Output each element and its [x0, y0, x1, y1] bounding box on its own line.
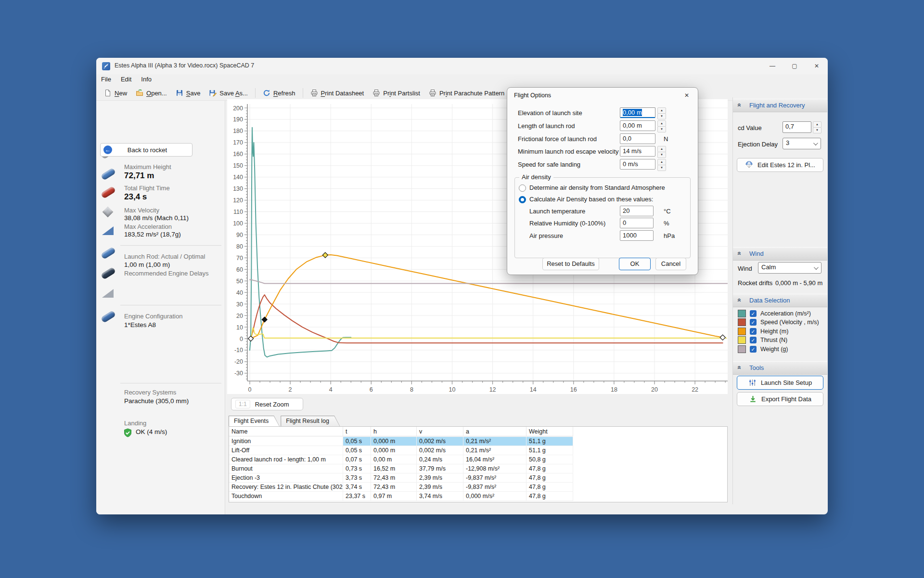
fin-blue[interactable] [100, 225, 116, 237]
table-cell[interactable]: Burnout [229, 464, 343, 473]
series-checkbox[interactable]: ✓ [750, 319, 757, 326]
field-spinner[interactable]: ▲▼ [657, 120, 666, 132]
table-cell[interactable]: Lift-Off [229, 446, 343, 455]
table-cell[interactable]: 0,21 m/s² [463, 446, 526, 455]
table-cell[interactable]: 0,002 m/s [417, 446, 463, 455]
table-cell[interactable]: 16,52 m [371, 464, 417, 473]
table-cell[interactable]: 3,74 m/s [417, 492, 463, 501]
panel-header-data-selection[interactable]: «Data Selection [733, 294, 827, 307]
column-header-t[interactable]: t [343, 427, 371, 436]
fin-gray[interactable] [100, 288, 116, 300]
table-cell[interactable]: 16,04 m/s² [463, 455, 526, 464]
table-cell[interactable]: 0,05 s [343, 437, 371, 446]
table-cell[interactable]: -9,837 m/s² [463, 473, 526, 483]
table-cell[interactable]: -9,837 m/s² [463, 483, 526, 492]
panel-header-tools[interactable]: «Tools [733, 361, 827, 375]
column-header-weight[interactable]: Weight [526, 427, 573, 436]
table-cell[interactable]: 0,73 s [343, 464, 371, 473]
reset-zoom-button[interactable]: 1:1 Reset Zoom [231, 398, 303, 410]
table-cell[interactable]: Touchdown [229, 492, 343, 501]
toolbar-save-as-button[interactable]: Save As... [205, 87, 252, 99]
menu-info[interactable]: Info [136, 74, 156, 84]
panel-header-flight-and-recovery[interactable]: «Flight and Recovery [733, 99, 827, 112]
field-spinner[interactable]: ▲▼ [657, 107, 666, 119]
wind-select[interactable]: Calm [758, 262, 821, 274]
dialog-field-input[interactable]: 0,00 m [620, 107, 655, 118]
table-cell[interactable]: 72,43 m [371, 483, 417, 492]
tab-flight-result-log[interactable]: Flight Result log [281, 416, 340, 427]
engine-blue[interactable] [100, 311, 116, 323]
table-cell[interactable]: 51,1 g [526, 437, 573, 446]
ejection-delay-select[interactable]: 3 [783, 138, 821, 149]
body-tube-red[interactable] [100, 186, 116, 199]
table-cell[interactable]: 37,79 m/s [417, 464, 463, 473]
nose-cone-gray[interactable] [100, 206, 116, 218]
table-cell[interactable]: 47,8 g [526, 464, 573, 473]
table-cell[interactable]: 0,000 m [371, 437, 417, 446]
edit-parachute-button[interactable]: Edit Estes 12 in. Pl... [737, 158, 823, 172]
toolbar-new-button[interactable]: New [100, 87, 131, 99]
column-header-a[interactable]: a [463, 427, 526, 436]
air-field-input[interactable]: 1000 [620, 230, 654, 241]
launch-site-setup-button[interactable]: Launch Site Setup [737, 376, 823, 390]
table-cell[interactable]: 2,39 m/s [417, 473, 463, 483]
dialog-field-input[interactable]: 0,00 m [620, 120, 655, 131]
maximize-button[interactable]: ▢ [783, 58, 806, 74]
air-field-input[interactable]: 20 [620, 206, 654, 216]
toolbar-refresh-button[interactable]: Refresh [259, 87, 299, 99]
series-checkbox[interactable]: ✓ [750, 310, 757, 317]
close-button[interactable]: ✕ [806, 58, 828, 74]
table-cell[interactable]: 0,07 s [343, 455, 371, 464]
cancel-button[interactable]: Cancel [655, 258, 686, 270]
air-density-radio[interactable] [519, 184, 526, 192]
tab-flight-events[interactable]: Flight Events [229, 416, 280, 427]
panel-header-wind[interactable]: «Wind [733, 247, 827, 261]
tube-blue-small[interactable] [100, 247, 116, 260]
cd-value-spinner[interactable]: ▲▼ [813, 121, 821, 133]
table-cell[interactable]: 0,002 m/s [417, 437, 463, 446]
air-field-input[interactable]: 0 [620, 218, 654, 228]
table-cell[interactable]: 2,39 m/s [417, 483, 463, 492]
ok-button[interactable]: OK [619, 258, 651, 270]
back-to-rocket-button[interactable]: ← Back to rocket [100, 143, 192, 157]
table-cell[interactable]: 0,24 m/s [417, 455, 463, 464]
table-cell[interactable]: Recovery: Estes 12 in. Plastic Chute (30… [229, 483, 343, 492]
table-cell[interactable]: Cleared launch rod - length: 1,00 m [229, 455, 343, 464]
table-cell[interactable]: Ejection -3 [229, 473, 343, 483]
dialog-close-icon[interactable]: ✕ [680, 90, 693, 101]
toolbar-print-partslist-button[interactable]: Print Partslist [369, 87, 424, 99]
column-header-v[interactable]: v [417, 427, 463, 436]
toolbar-open-button[interactable]: Open... [132, 87, 171, 99]
table-cell[interactable]: 72,43 m [371, 473, 417, 483]
table-cell[interactable]: 0,97 m [371, 492, 417, 501]
menu-file[interactable]: File [96, 74, 116, 84]
cd-value-input[interactable]: 0,7 [783, 121, 811, 133]
table-cell[interactable]: 0,05 s [343, 446, 371, 455]
table-cell[interactable]: 47,8 g [526, 473, 573, 483]
table-cell[interactable]: 3,74 s [343, 483, 371, 492]
table-cell[interactable]: 0,21 m/s² [463, 437, 526, 446]
table-cell[interactable]: 0,000 m [371, 446, 417, 455]
table-cell[interactable]: 51,1 g [526, 446, 573, 455]
export-flight-data-button[interactable]: Export Flight Data [737, 392, 823, 406]
air-density-radio[interactable] [519, 196, 526, 203]
toolbar-print-datasheet-button[interactable]: Print Datasheet [307, 87, 368, 99]
table-cell[interactable]: 0,000 m/s² [463, 492, 526, 501]
dialog-field-input[interactable]: 14 m/s [620, 146, 655, 157]
body-tube-blue[interactable] [100, 168, 116, 181]
dialog-field-input[interactable]: 0,0 [620, 133, 655, 144]
table-cell[interactable]: 23,37 s [343, 492, 371, 501]
column-header-name[interactable]: Name [229, 427, 343, 436]
reset-to-defaults-button[interactable]: Reset to Defaults [542, 258, 599, 270]
series-checkbox[interactable]: ✓ [750, 346, 757, 353]
table-cell[interactable]: 47,8 g [526, 483, 573, 492]
minimize-button[interactable]: — [761, 58, 783, 74]
engine-dark[interactable] [100, 267, 116, 280]
menu-edit[interactable]: Edit [116, 74, 136, 84]
series-checkbox[interactable]: ✓ [750, 337, 757, 343]
dialog-field-input[interactable]: 0 m/s [620, 159, 655, 170]
series-checkbox[interactable]: ✓ [750, 328, 757, 335]
table-cell[interactable]: Ignition [229, 437, 343, 446]
table-cell[interactable]: -12,908 m/s² [463, 464, 526, 473]
table-cell[interactable]: 47,8 g [526, 492, 573, 501]
